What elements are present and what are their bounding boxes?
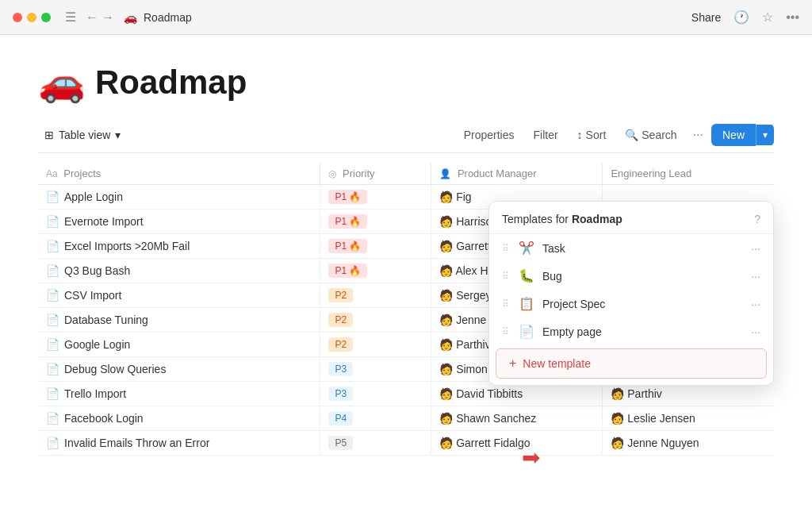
new-template-label: New template bbox=[523, 357, 591, 370]
priority-badge: P3 bbox=[328, 362, 353, 376]
page-title: Roadmap bbox=[95, 64, 247, 102]
template-icon: ✂️ bbox=[519, 241, 534, 256]
cell-pm: 🧑 Garrett Fidalgo bbox=[431, 431, 603, 456]
templates-dropdown: Templates for Roadmap ? ⠿ ✂️ Task ··· ⠿ … bbox=[488, 201, 774, 386]
cell-priority: P3 bbox=[320, 382, 431, 406]
cell-project-name: 📄CSV Import bbox=[38, 283, 320, 308]
minimize-button[interactable] bbox=[27, 13, 36, 22]
new-button-chevron[interactable]: ▾ bbox=[756, 125, 774, 145]
template-icon: 📋 bbox=[519, 296, 534, 311]
page-icon: 📄 bbox=[46, 437, 59, 449]
drag-handle-icon: ⠿ bbox=[502, 243, 509, 254]
col-header-priority: ◎ Priority bbox=[320, 163, 431, 185]
col-header-pm: 👤 Product Manager bbox=[431, 163, 603, 185]
table-wrap: Aa Projects ◎ Priority 👤 Product Manager… bbox=[38, 163, 774, 456]
drag-handle-icon: ⠿ bbox=[502, 271, 509, 282]
back-arrow-icon[interactable]: ← bbox=[86, 10, 98, 25]
forward-arrow-icon[interactable]: → bbox=[102, 10, 114, 25]
template-icon: 🐛 bbox=[519, 268, 534, 283]
cell-project-name: 📄Q3 Bug Bash bbox=[38, 259, 320, 283]
cell-project-name: 📄Trello Import bbox=[38, 382, 320, 406]
template-icon: 📄 bbox=[519, 324, 534, 339]
more-icon[interactable]: ••• bbox=[786, 10, 799, 25]
search-button[interactable]: 🔍 Search bbox=[617, 125, 684, 145]
template-more-icon[interactable]: ··· bbox=[751, 242, 760, 255]
cell-eng: 🧑 Leslie Jensen bbox=[603, 406, 774, 431]
nav-arrows: ← → bbox=[86, 10, 114, 25]
priority-badge: P1 🔥 bbox=[328, 214, 367, 229]
page-icon: 📄 bbox=[46, 215, 59, 228]
priority-badge: P4 bbox=[328, 411, 353, 425]
toolbar: ⊞ Table view ▾ Properties Filter ↕ Sort … bbox=[38, 124, 774, 153]
col-header-projects: Aa Projects bbox=[38, 163, 320, 185]
properties-button[interactable]: Properties bbox=[456, 125, 523, 145]
page-title-label: Roadmap bbox=[144, 11, 192, 24]
cell-project-name: 📄Facebook Login bbox=[38, 406, 320, 431]
table-header-row: Aa Projects ◎ Priority 👤 Product Manager… bbox=[38, 163, 774, 185]
help-icon[interactable]: ? bbox=[754, 213, 760, 225]
template-more-icon[interactable]: ··· bbox=[751, 298, 760, 310]
clock-icon[interactable]: 🕐 bbox=[733, 10, 749, 25]
star-icon[interactable]: ☆ bbox=[762, 10, 773, 25]
new-button[interactable]: New bbox=[711, 124, 756, 146]
template-list: ⠿ ✂️ Task ··· ⠿ 🐛 Bug ··· ⠿ 📋 Project Sp… bbox=[489, 234, 773, 345]
page-icon: 📄 bbox=[46, 240, 59, 252]
new-button-group: New ▾ bbox=[711, 124, 774, 146]
cell-priority: P1 🔥 bbox=[320, 210, 431, 234]
cell-priority: P1 🔥 bbox=[320, 259, 431, 283]
dropdown-header: Templates for Roadmap ? bbox=[489, 202, 773, 234]
cell-project-name: 📄Debug Slow Queries bbox=[38, 357, 320, 382]
share-button[interactable]: Share bbox=[691, 11, 721, 24]
priority-col-icon: ◎ bbox=[328, 168, 336, 179]
template-item[interactable]: ⠿ 📋 Project Spec ··· bbox=[489, 290, 773, 318]
template-more-icon[interactable]: ··· bbox=[751, 325, 760, 338]
person-col-icon: 👤 bbox=[439, 168, 451, 179]
template-label: Task bbox=[542, 242, 743, 255]
maximize-button[interactable] bbox=[41, 13, 51, 22]
main-content: 🚗 Roadmap ⊞ Table view ▾ Properties Filt… bbox=[0, 35, 812, 456]
priority-badge: P3 bbox=[328, 387, 353, 401]
more-options-button[interactable]: ··· bbox=[688, 125, 708, 145]
page-title-bar: 🚗 Roadmap bbox=[124, 11, 192, 24]
page-heading: 🚗 Roadmap bbox=[38, 60, 774, 105]
view-label: Table view bbox=[59, 129, 110, 141]
search-icon: 🔍 bbox=[625, 129, 638, 141]
priority-badge: P2 bbox=[328, 313, 353, 327]
sort-button[interactable]: ↕ Sort bbox=[569, 125, 615, 145]
arrow-indicator: ➡ bbox=[522, 444, 540, 471]
cell-project-name: 📄Apple Login bbox=[38, 185, 320, 210]
priority-badge: P1 🔥 bbox=[328, 190, 367, 204]
cell-eng: 🧑 Jenne Nguyen bbox=[603, 431, 774, 456]
sort-icon: ↕ bbox=[577, 129, 583, 141]
priority-badge: P5 bbox=[328, 436, 353, 450]
table-view-icon: ⊞ bbox=[44, 129, 54, 141]
drag-handle-icon: ⠿ bbox=[502, 326, 509, 337]
dropdown-title: Templates for Roadmap bbox=[502, 213, 622, 225]
cell-priority: P2 bbox=[320, 333, 431, 357]
cell-pm: 🧑 Shawn Sanchez bbox=[431, 406, 603, 431]
page-icon: 📄 bbox=[46, 387, 59, 400]
plus-icon: + bbox=[509, 356, 516, 371]
view-selector[interactable]: ⊞ Table view ▾ bbox=[38, 125, 127, 144]
template-item[interactable]: ⠿ ✂️ Task ··· bbox=[489, 234, 773, 262]
template-item[interactable]: ⠿ 🐛 Bug ··· bbox=[489, 262, 773, 290]
page-icon: 📄 bbox=[46, 412, 59, 425]
cell-project-name: 📄Invalid Emails Throw an Error bbox=[38, 431, 320, 456]
cell-priority: P5 bbox=[320, 431, 431, 456]
page-emoji: 🚗 bbox=[38, 60, 86, 105]
close-button[interactable] bbox=[13, 13, 22, 22]
text-col-icon: Aa bbox=[46, 168, 58, 179]
cell-priority: P1 🔥 bbox=[320, 185, 431, 210]
new-template-button[interactable]: + New template bbox=[496, 348, 767, 379]
template-item[interactable]: ⠿ 📄 Empty page ··· bbox=[489, 318, 773, 345]
filter-button[interactable]: Filter bbox=[525, 125, 565, 145]
table-row[interactable]: 📄Facebook Login P4 🧑 Shawn Sanchez 🧑 Les… bbox=[38, 406, 774, 431]
view-chevron-icon: ▾ bbox=[115, 129, 121, 141]
priority-badge: P2 bbox=[328, 288, 353, 302]
table-row[interactable]: 📄Invalid Emails Throw an Error P5 🧑 Garr… bbox=[38, 431, 774, 456]
template-more-icon[interactable]: ··· bbox=[751, 270, 760, 283]
cell-priority: P1 🔥 bbox=[320, 234, 431, 259]
hamburger-icon[interactable]: ☰ bbox=[65, 10, 76, 25]
cell-priority: P2 bbox=[320, 283, 431, 308]
page-icon: 📄 bbox=[46, 264, 59, 277]
